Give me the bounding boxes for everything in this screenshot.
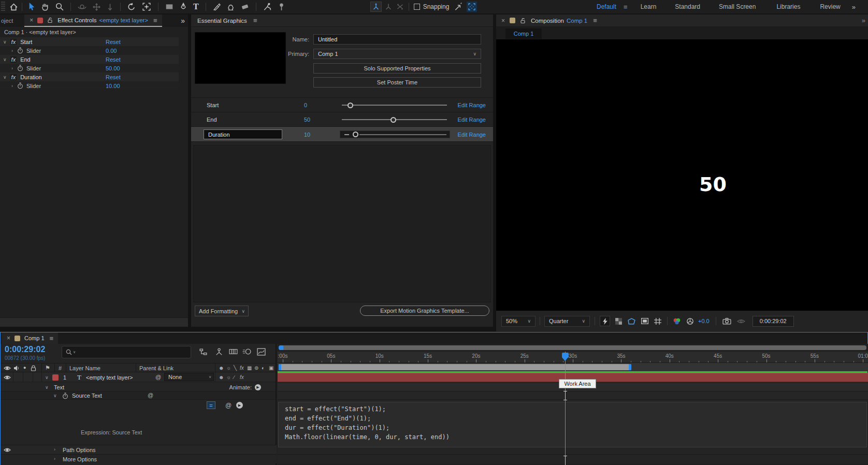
project-tab-cut[interactable]: oject xyxy=(1,18,13,24)
property-value[interactable]: 10.00 xyxy=(106,83,120,89)
local-axis-mode-icon[interactable] xyxy=(370,2,382,12)
frame-blend-column-icon[interactable]: ▦ xyxy=(247,365,252,371)
twirl-closed-icon[interactable]: › xyxy=(11,66,13,71)
property-name-edit[interactable]: Duration xyxy=(204,129,282,139)
crop-region-icon[interactable] xyxy=(654,317,662,325)
panel-menu-icon[interactable]: ≡ xyxy=(253,17,257,24)
rectangle-tool-icon[interactable] xyxy=(165,3,173,10)
dolly-camera-tool-icon[interactable] xyxy=(107,3,113,11)
timeline-tab-comp1[interactable]: × Comp 1 ≡ xyxy=(2,332,58,344)
twirl-open-icon[interactable]: ∨ xyxy=(3,39,7,45)
effect-name[interactable]: Duration xyxy=(20,74,42,80)
workspace-tab-learn[interactable]: Learn xyxy=(641,3,657,10)
snapping-label[interactable]: Snapping xyxy=(423,3,450,10)
source-text-row[interactable]: ∨ Source Text @ xyxy=(1,391,276,400)
twirl-closed-icon[interactable]: › xyxy=(54,447,55,452)
text-group-row[interactable]: ∨ Text Animate: ▶ xyxy=(1,383,276,391)
snapping-checkbox[interactable] xyxy=(414,4,420,10)
range-slider-well[interactable] xyxy=(340,130,450,138)
slider-handle[interactable] xyxy=(348,103,353,108)
motion-blur-column-icon[interactable]: ⊚ xyxy=(254,365,258,371)
close-tab-icon[interactable]: × xyxy=(30,17,33,24)
workspace-overflow-icon[interactable]: » xyxy=(852,3,856,11)
world-axis-mode-icon[interactable] xyxy=(385,3,392,10)
effect-name[interactable]: End xyxy=(20,56,31,63)
work-area-start-handle[interactable] xyxy=(279,364,281,370)
brush-tool-icon[interactable] xyxy=(213,3,221,11)
selection-tool-icon[interactable] xyxy=(28,3,35,11)
time-ruler[interactable]: :00s05s10s15s20s25s30s35s40s45s50s55s01:… xyxy=(278,352,868,363)
property-row-start[interactable]: Start 0 Edit Range xyxy=(191,97,493,112)
primary-dropdown[interactable]: Comp 1 ∨ xyxy=(313,49,481,59)
edit-range-link[interactable]: Edit Range xyxy=(458,132,486,138)
pan-camera-tool-icon[interactable] xyxy=(93,3,100,11)
twirl-open-icon[interactable]: ∨ xyxy=(53,393,57,398)
effect-name[interactable]: Start xyxy=(20,39,32,45)
slider-row[interactable]: › Slider 0.00 xyxy=(0,46,179,55)
path-options-label[interactable]: Path Options xyxy=(63,447,96,453)
twirl-closed-icon[interactable]: › xyxy=(11,83,13,89)
set-poster-time-button[interactable]: Set Poster Time xyxy=(313,77,481,88)
expression-editor[interactable]: start = effect("Start")(1); end = effect… xyxy=(278,402,867,447)
animate-menu-icon[interactable]: ▶ xyxy=(255,384,261,390)
toolbar-drag-handle[interactable] xyxy=(1,2,5,12)
close-tab-icon[interactable]: × xyxy=(501,17,505,24)
mask-visibility-icon[interactable] xyxy=(641,317,649,325)
hand-tool-icon[interactable] xyxy=(41,3,49,11)
video-column-eye-icon[interactable] xyxy=(4,366,11,371)
frame-blending-icon[interactable] xyxy=(229,348,238,355)
layer-quality-icon[interactable]: ∕ xyxy=(234,374,235,380)
playhead-line[interactable] xyxy=(565,352,566,465)
slider-row[interactable]: › Slider 10.00 xyxy=(0,81,179,90)
show-snapshot-eye-icon[interactable] xyxy=(737,318,745,324)
3d-column-icon[interactable]: ▣ xyxy=(269,365,273,371)
exposure-value[interactable]: +0.0 xyxy=(698,318,710,324)
property-value[interactable]: 50 xyxy=(304,117,310,123)
slider-handle[interactable] xyxy=(353,132,358,137)
property-value[interactable]: 50.00 xyxy=(106,65,120,71)
region-of-interest-icon[interactable] xyxy=(627,317,636,325)
panel-menu-icon[interactable]: ≡ xyxy=(593,17,597,24)
group-visibility-eye-icon[interactable] xyxy=(4,447,11,453)
fast-preview-icon[interactable] xyxy=(600,316,610,326)
path-options-row[interactable]: › Path Options xyxy=(1,445,277,454)
stopwatch-icon[interactable] xyxy=(17,65,23,71)
clone-stamp-tool-icon[interactable] xyxy=(227,3,235,11)
more-options-row[interactable]: › More Options xyxy=(1,454,277,463)
property-value[interactable]: 10 xyxy=(304,132,310,138)
timeline-search-box[interactable]: ∨ xyxy=(62,346,191,358)
dock-overflow-icon[interactable]: » xyxy=(862,17,865,24)
layer-effects-icon[interactable]: fx xyxy=(240,374,244,380)
panel-menu-icon[interactable]: ≡ xyxy=(50,335,53,342)
layer-name[interactable]: <empty text layer> xyxy=(86,374,133,381)
parent-dropdown[interactable]: None ∨ xyxy=(164,373,214,381)
composition-viewer[interactable]: 50 xyxy=(496,39,868,311)
layer-collapse-icon[interactable]: ☼ xyxy=(226,374,231,380)
more-options-label[interactable]: More Options xyxy=(63,456,97,462)
essential-graphics-header[interactable]: Essential Graphics ≡ xyxy=(191,14,493,27)
effect-controls-scrollbar[interactable] xyxy=(0,317,188,327)
reset-link[interactable]: Reset xyxy=(106,56,121,63)
collapse-column-icon[interactable]: ☼ xyxy=(226,365,231,371)
layer-visibility-eye-icon[interactable] xyxy=(4,375,11,380)
reset-link[interactable]: Reset xyxy=(106,39,121,45)
shy-column-icon[interactable]: ☻ xyxy=(219,365,224,371)
effect-controls-tab[interactable]: × Effect Controls <empty text layer> ≡ xyxy=(24,14,162,27)
snapshot-camera-icon[interactable] xyxy=(722,317,731,325)
workspace-tab-libraries[interactable]: Libraries xyxy=(776,3,800,10)
property-value[interactable]: 0 xyxy=(304,102,307,108)
graph-editor-icon[interactable] xyxy=(257,348,266,356)
composition-mini-flowchart-icon[interactable] xyxy=(199,348,208,356)
lock-icon[interactable] xyxy=(520,18,526,24)
twirl-closed-icon[interactable]: › xyxy=(11,48,13,53)
expression-pickwhip-icon[interactable]: @ xyxy=(225,402,232,409)
panel-menu-icon[interactable]: ≡ xyxy=(153,17,157,24)
twirl-open-icon[interactable]: ∨ xyxy=(3,75,7,80)
edit-range-link[interactable]: Edit Range xyxy=(458,102,486,108)
workspace-tab-review[interactable]: Review xyxy=(820,3,840,10)
lock-icon[interactable] xyxy=(47,17,53,23)
parent-link-column-header[interactable]: Parent & Link xyxy=(139,365,173,371)
snap-bounds-icon[interactable] xyxy=(467,2,477,12)
expression-enabled-icon[interactable]: = xyxy=(207,401,215,409)
pen-tool-icon[interactable] xyxy=(180,3,187,11)
